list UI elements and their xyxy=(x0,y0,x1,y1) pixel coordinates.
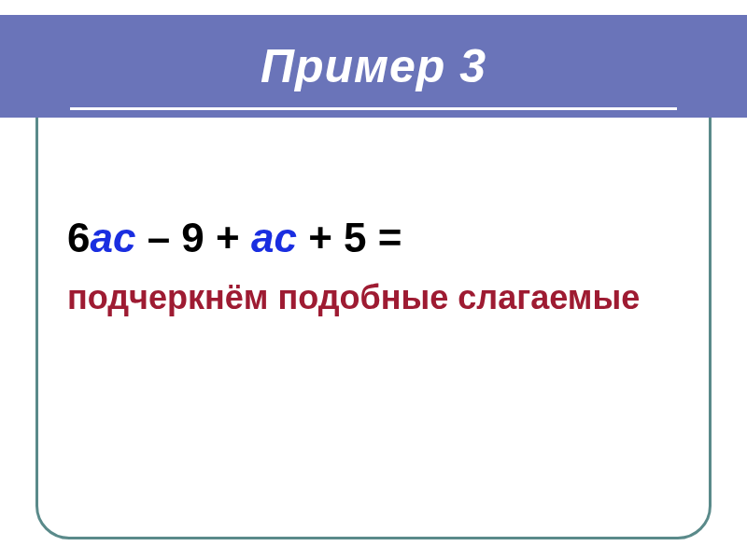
operator-plus-2: + xyxy=(297,215,344,260)
equation: 6ac – 9 + ac + 5 = xyxy=(67,215,691,261)
number-1: 9 xyxy=(181,215,204,260)
slide-title: Пример 3 xyxy=(261,39,486,93)
coefficient-1: 6 xyxy=(67,215,90,260)
header-band: Пример 3 xyxy=(0,15,747,118)
operator-minus: – xyxy=(135,215,181,260)
content-area: 6ac – 9 + ac + 5 = подчеркнём подобные с… xyxy=(67,215,691,317)
variable-2: ac xyxy=(251,215,297,260)
instruction-text: подчеркнём подобные слагаемые xyxy=(67,278,691,317)
number-2: 5 xyxy=(344,215,366,260)
slide: Пример 3 6ac – 9 + ac + 5 = подчеркнём п… xyxy=(0,0,747,560)
header-underline xyxy=(70,107,677,110)
variable-1: ac xyxy=(90,215,135,260)
operator-plus-1: + xyxy=(204,215,251,260)
equals-sign: = xyxy=(367,215,402,260)
